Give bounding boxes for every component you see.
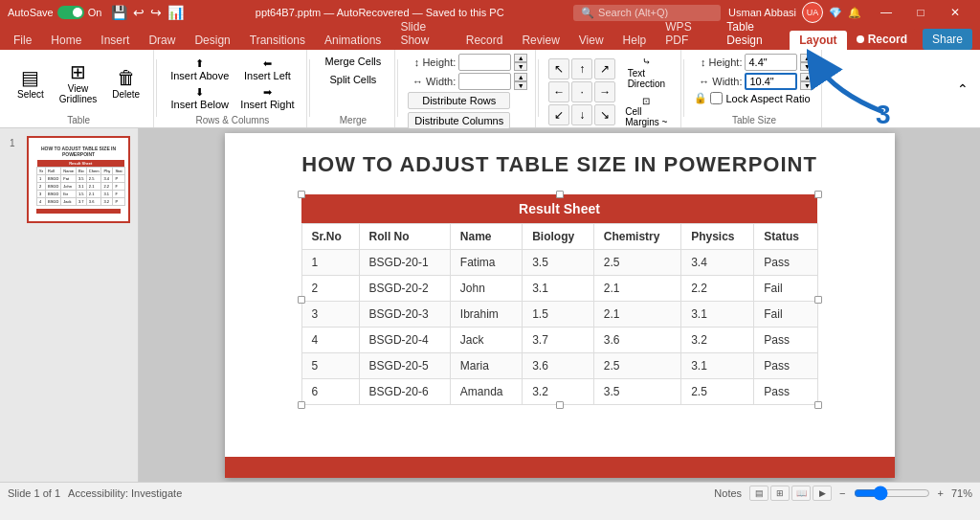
save-button[interactable]: 💾 [109, 5, 129, 20]
tab-insert[interactable]: Insert [91, 31, 139, 50]
close-button[interactable]: ✕ [938, 0, 972, 25]
diamond-icon: 💎 [829, 7, 842, 19]
distribute-cols-button[interactable]: Distribute Columns [408, 112, 510, 129]
insert-buttons: ⬆ Insert Above ⬇ Insert Below [167, 57, 233, 111]
share-button[interactable]: Share [923, 29, 972, 50]
handle-ml[interactable] [298, 296, 305, 304]
tab-home[interactable]: Home [41, 31, 91, 50]
tab-slideshow[interactable]: Slide Show [390, 17, 456, 50]
redo-button[interactable]: ↪ [148, 5, 164, 20]
align-mid-right[interactable]: → [594, 81, 615, 102]
cell-height-up[interactable]: ▲ [514, 54, 527, 62]
text-direction-button[interactable]: ⤷ TextDirection [619, 54, 673, 91]
grid-view-button[interactable]: ⊞ [770, 486, 790, 501]
record-ribbon-button[interactable]: Record [847, 29, 917, 50]
tab-review[interactable]: Review [512, 31, 568, 50]
lock-aspect-checkbox[interactable] [710, 92, 723, 104]
tab-layout[interactable]: Layout [790, 31, 846, 50]
lock-aspect-ratio[interactable]: 🔒 Lock Aspect Ratio [694, 92, 810, 104]
table-header-cell: Result Sheet [301, 194, 817, 224]
minimize-button[interactable]: — [869, 0, 903, 25]
slide-footer [225, 457, 895, 478]
slide-panel: 1 HOW TO ADJUST TABLE SIZE IN POWERPOINT… [0, 128, 139, 482]
reading-view-button[interactable]: 📖 [791, 486, 811, 501]
insert-below-icon: ⬇ [195, 86, 204, 99]
tab-record[interactable]: Record [457, 31, 513, 50]
insert-right-label: Insert Right [240, 99, 294, 110]
cell-width-down[interactable]: ▼ [514, 81, 527, 90]
tab-design[interactable]: Design [185, 31, 239, 50]
align-top-left[interactable]: ↖ [548, 58, 569, 79]
tab-help[interactable]: Help [613, 31, 657, 50]
table-width-spinners: ▲ ▼ [800, 73, 813, 90]
ribbon-group-cellsize: ↕ Height: ▲ ▼ ↔ Width: ▲ ▼ Distribute Ro… [400, 50, 536, 127]
insert-left-button[interactable]: ⬅ Insert Left [236, 57, 298, 82]
maximize-button[interactable]: □ [903, 0, 938, 25]
insert-below-button[interactable]: ⬇ Insert Below [167, 85, 233, 111]
window-controls: — □ ✕ [869, 0, 972, 25]
cell-margins-button[interactable]: ⊡ CellMargins ~ [619, 94, 673, 129]
table-width-input[interactable] [745, 73, 797, 90]
slideshow-view-button[interactable]: ▶ [813, 486, 832, 501]
tab-view[interactable]: View [569, 31, 613, 50]
zoom-slider[interactable] [854, 488, 930, 498]
status-left: Slide 1 of 1 Accessibility: Investigate [8, 487, 182, 499]
normal-view-button[interactable]: ▤ [749, 486, 768, 501]
table-height-row: ↕ Height: ▲ ▼ [694, 54, 813, 71]
cell-height-down[interactable]: ▼ [514, 62, 527, 71]
handle-bl[interactable] [298, 401, 305, 409]
table-width-down[interactable]: ▼ [800, 81, 813, 90]
table-width-label: ↔ Width: [694, 76, 742, 87]
table-width-up[interactable]: ▲ [800, 73, 813, 81]
merge-cells-button[interactable]: Merge Cells [320, 54, 388, 69]
view-buttons: ▤ ⊞ 📖 ▶ [749, 486, 832, 501]
table-height-down[interactable]: ▼ [800, 62, 813, 71]
align-mid-left[interactable]: ← [548, 81, 569, 102]
table-container[interactable]: Result Sheet Sr.No Roll No Name Biology … [301, 194, 818, 405]
zoom-minus-icon[interactable]: − [839, 487, 845, 499]
handle-mr[interactable] [814, 296, 822, 304]
tab-draw[interactable]: Draw [139, 31, 185, 50]
cell-width-input[interactable] [458, 73, 511, 90]
cell-width-up[interactable]: ▲ [514, 73, 527, 81]
select-button[interactable]: ▤ Select [11, 64, 50, 103]
align-top-right[interactable]: ↗ [594, 58, 615, 79]
notes-label[interactable]: Notes [714, 487, 742, 499]
tab-table-design[interactable]: Table Design [717, 17, 790, 50]
cell-height-input[interactable] [458, 54, 511, 71]
align-top-center[interactable]: ↑ [571, 58, 592, 79]
handle-tr[interactable] [814, 191, 822, 198]
zoom-plus-icon[interactable]: + [938, 487, 944, 499]
tab-transitions[interactable]: Transitions [240, 31, 315, 50]
undo-button[interactable]: ↩ [131, 5, 146, 20]
ribbon-expand-icon[interactable]: ⌃ [957, 81, 969, 97]
slide-thumbnail[interactable]: HOW TO ADJUST TABLE SIZE IN POWERPOINT R… [27, 136, 130, 223]
delete-button[interactable]: 🗑 Delete [106, 64, 145, 103]
tab-file[interactable]: File [4, 31, 41, 50]
insert-above-icon: ⬆ [195, 57, 204, 70]
table-height-input[interactable] [745, 54, 797, 71]
split-cells-button[interactable]: Split Cells [323, 72, 382, 87]
align-mid-center[interactable]: · [571, 81, 592, 102]
tab-animations[interactable]: Animations [315, 31, 390, 50]
align-bot-right[interactable]: ↘ [594, 104, 615, 125]
handle-bm[interactable] [556, 401, 564, 409]
handle-tl[interactable] [298, 191, 305, 198]
align-bot-center[interactable]: ↓ [571, 104, 592, 125]
status-right: Notes ▤ ⊞ 📖 ▶ − + 71% [714, 486, 972, 501]
present-button[interactable]: 📊 [166, 5, 186, 20]
handle-br[interactable] [814, 401, 822, 409]
insert-above-button[interactable]: ⬆ Insert Above [167, 57, 233, 82]
tab-wpspdf[interactable]: WPS PDF [656, 17, 717, 50]
top-bar: AutoSave On 💾 ↩ ↪ 📊 ppt64B7.pptm — AutoR… [0, 0, 980, 25]
handle-tm[interactable] [556, 191, 564, 198]
view-gridlines-button[interactable]: ⊞ ViewGridlines [54, 58, 102, 108]
view-gridlines-label: ViewGridlines [59, 83, 97, 104]
distribute-rows-button[interactable]: Distribute Rows [408, 92, 510, 109]
result-table[interactable]: Result Sheet Sr.No Roll No Name Biology … [301, 194, 818, 405]
table-height-up[interactable]: ▲ [800, 54, 813, 62]
insert-right-button[interactable]: ➡ Insert Right [236, 85, 298, 111]
autosave-toggle[interactable] [57, 6, 84, 19]
ribbon-group-table: ▤ Select ⊞ ViewGridlines 🗑 Delete Table [4, 50, 154, 127]
align-bot-left[interactable]: ↙ [548, 104, 569, 125]
